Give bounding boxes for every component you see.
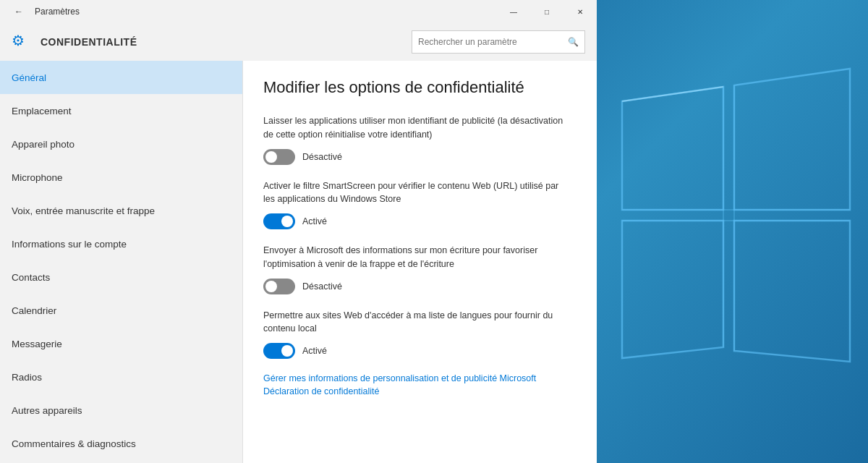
setting-pub-id-description: Laisser les applications utiliser mon id… [263, 114, 567, 142]
setting-ecriture-description: Envoyer à Microsoft des informations sur… [263, 244, 567, 271]
sidebar-item-voix[interactable]: Voix, entrée manuscrite et frappe [0, 194, 242, 227]
setting-smartscreen: Activer le filtre SmartScreen pour vérif… [263, 179, 576, 230]
app-title: CONFIDENTIALITÉ [41, 36, 403, 48]
toggle-smartscreen-knob [281, 216, 293, 227]
toggle-langues[interactable] [263, 343, 295, 359]
sidebar-item-emplacement[interactable]: Emplacement [0, 94, 242, 127]
back-button[interactable]: ← [9, 1, 29, 22]
toggle-row-smartscreen: Activé [263, 213, 576, 229]
sidebar-item-appareil-photo[interactable]: Appareil photo [0, 127, 242, 161]
title-bar: ← Paramètres — □ ✕ [0, 0, 597, 23]
sidebar-item-general[interactable]: Général [0, 61, 242, 94]
sidebar: Général Emplacement Appareil photo Micro… [0, 61, 242, 463]
toggle-smartscreen[interactable] [263, 213, 295, 229]
sidebar-item-radios[interactable]: Radios [0, 360, 242, 394]
sidebar-item-commentaires[interactable]: Commentaires & diagnostics [0, 427, 242, 460]
search-icon: 🔍 [568, 37, 579, 47]
title-bar-left: ← Paramètres [9, 1, 80, 22]
sidebar-item-microphone[interactable]: Microphone [0, 161, 242, 194]
setting-langues-description: Permettre aux sites Web d'accéder à ma l… [263, 309, 567, 336]
sidebar-item-compte[interactable]: Informations sur le compte [0, 227, 242, 260]
toggle-row-langues: Activé [263, 343, 576, 359]
toggle-row-ecriture: Désactivé [263, 279, 576, 294]
window-title: Paramètres [35, 7, 80, 17]
settings-icon: ⚙ [12, 32, 32, 52]
setting-smartscreen-description: Activer le filtre SmartScreen pour vérif… [263, 179, 567, 207]
links-section: Gérer mes informations de personnalisati… [263, 373, 576, 396]
toggle-ecriture-knob [265, 281, 277, 292]
sidebar-item-autres[interactable]: Autres appareils [0, 394, 242, 427]
toggle-row-pub-id: Désactivé [263, 149, 576, 165]
app-header: ⚙ CONFIDENTIALITÉ 🔍 [0, 23, 597, 61]
sidebar-item-contacts[interactable]: Contacts [0, 260, 242, 294]
sidebar-item-calendrier[interactable]: Calendrier [0, 294, 242, 327]
toggle-langues-label: Activé [302, 346, 327, 356]
toggle-ecriture-label: Désactivé [302, 281, 342, 292]
sidebar-item-messagerie[interactable]: Messagerie [0, 327, 242, 360]
toggle-smartscreen-label: Activé [302, 216, 327, 226]
privacy-link[interactable]: Déclaration de confidentialité [263, 386, 576, 396]
back-icon: ← [14, 7, 23, 17]
main-content: Général Emplacement Appareil photo Micro… [0, 61, 597, 463]
toggle-pub-id-knob [265, 151, 277, 163]
toggle-pub-id-label: Désactivé [302, 152, 342, 162]
window-controls: — □ ✕ [497, 0, 597, 23]
minimize-button[interactable]: — [497, 0, 530, 23]
setting-ecriture: Envoyer à Microsoft des informations sur… [263, 244, 576, 294]
search-input[interactable] [418, 37, 563, 47]
content-title: Modifier les options de confidentialité [263, 78, 576, 97]
settings-window: ← Paramètres — □ ✕ ⚙ CONFIDENTIALITÉ 🔍 G… [0, 0, 597, 463]
toggle-pub-id[interactable] [263, 149, 295, 165]
setting-langues: Permettre aux sites Web d'accéder à ma l… [263, 309, 576, 360]
toggle-ecriture[interactable] [263, 279, 295, 294]
content-area: Modifier les options de confidentialité … [242, 61, 597, 463]
perso-link[interactable]: Gérer mes informations de personnalisati… [263, 373, 576, 383]
close-button[interactable]: ✕ [563, 0, 597, 23]
search-box[interactable]: 🔍 [412, 30, 585, 54]
toggle-langues-knob [281, 345, 293, 357]
windows-logo [608, 58, 854, 405]
maximize-button[interactable]: □ [530, 0, 563, 23]
setting-pub-id: Laisser les applications utiliser mon id… [263, 114, 576, 165]
